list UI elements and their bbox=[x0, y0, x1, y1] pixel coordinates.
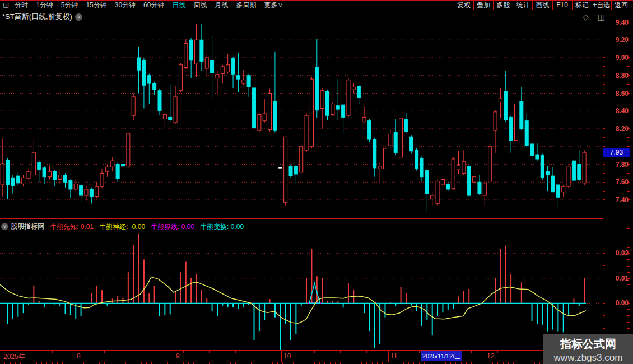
tool-menu-item-3[interactable]: 多股 bbox=[493, 1, 513, 10]
indicator-value-4: 牛熊变换: 0.00 bbox=[200, 223, 244, 231]
tool-menu-item-6[interactable]: F10 bbox=[552, 1, 572, 10]
menu-period-4[interactable]: 15分钟 bbox=[86, 1, 106, 10]
menu-period-11[interactable]: 更多∨ bbox=[264, 1, 283, 10]
tool-menu-item-7[interactable]: 标记 bbox=[572, 1, 592, 10]
menu-period-8[interactable]: 周线 bbox=[193, 1, 207, 10]
window-right-border bbox=[630, 10, 630, 364]
indicator-header: ∨ 股朋指标网 牛熊先知: 0.01牛熊神经: -0.00牛熊界线: 0.00牛… bbox=[1, 222, 244, 231]
menu-period-2[interactable]: 1分钟 bbox=[36, 1, 53, 10]
indicator-chart[interactable] bbox=[0, 232, 603, 351]
menu-period-1[interactable]: 分时 bbox=[15, 1, 28, 10]
tool-menu-item-8[interactable]: +自选 bbox=[592, 1, 611, 10]
period-menu: 分时1分钟5分钟15分钟30分钟60分钟日线周线月线多周期更多∨ bbox=[15, 1, 291, 10]
indicator-value-2: 牛熊神经: -0.00 bbox=[99, 223, 145, 231]
chevron-down-icon[interactable]: ∨ bbox=[75, 13, 82, 21]
price-label-8.60: 8.60 bbox=[604, 90, 629, 97]
price-label-9.00: 9.00 bbox=[604, 54, 629, 62]
price-label-7.40: 7.40 bbox=[604, 196, 629, 204]
month-label-12: 12 bbox=[487, 352, 494, 360]
price-label-8.20: 8.20 bbox=[604, 125, 629, 133]
year-label: 2025年 bbox=[3, 352, 25, 362]
price-label-9.20: 9.20 bbox=[604, 36, 629, 44]
page-title: *ST高斯(日线,前复权) bbox=[2, 12, 72, 22]
indicator-value-3: 牛熊界线: 0.00 bbox=[151, 223, 194, 231]
tool-menu-item-5[interactable]: 画线 bbox=[532, 1, 552, 10]
menu-period-9[interactable]: 月线 bbox=[215, 1, 228, 10]
indicator-values: 牛熊先知: 0.01牛熊神经: -0.00牛熊界线: 0.00牛熊变换: 0.0… bbox=[44, 221, 244, 232]
tool-menu-item-4[interactable]: 统计 bbox=[513, 1, 532, 10]
tool-menu: 复权叠加多股统计画线F10标记+自选返回 bbox=[454, 1, 631, 10]
menu-period-6[interactable]: 60分钟 bbox=[143, 1, 164, 10]
title-bar: *ST高斯(日线,前复权) ∨ bbox=[2, 12, 82, 22]
indicator-label-0.02: 0.02 bbox=[604, 249, 629, 257]
month-label-10: 10 bbox=[283, 352, 291, 360]
tool-menu-item-2[interactable]: 叠加 bbox=[473, 1, 493, 10]
price-label-8.80: 8.80 bbox=[604, 72, 629, 80]
candlestick-chart[interactable] bbox=[0, 10, 603, 218]
axis-separator bbox=[603, 222, 631, 222]
watermark-url: www.zbgs3.com bbox=[543, 352, 633, 363]
chevron-down-icon[interactable]: ∨ bbox=[1, 223, 8, 230]
price-label-8.40: 8.40 bbox=[604, 107, 629, 115]
tool-menu-item-1[interactable]: 复权 bbox=[454, 1, 473, 10]
indicator-value-1: 牛熊先知: 0.01 bbox=[50, 223, 94, 231]
layout-icon[interactable]: ◫ bbox=[0, 1, 12, 10]
month-label-8: 8 bbox=[77, 352, 81, 360]
trading-app-window: ◫ 分时1分钟5分钟15分钟30分钟60分钟日线周线月线多周期更多∨ 复权叠加多… bbox=[0, 0, 633, 364]
month-label-9: 9 bbox=[176, 352, 180, 360]
month-label-11: 11 bbox=[390, 352, 397, 360]
indicator-label-0.01: 0.01 bbox=[604, 274, 629, 282]
period-menu-bar: ◫ 分时1分钟5分钟15分钟30分钟60分钟日线周线月线多周期更多∨ 复权叠加多… bbox=[0, 0, 633, 10]
menu-period-10[interactable]: 多周期 bbox=[236, 1, 256, 10]
menu-period-7[interactable]: 日线 bbox=[172, 1, 185, 10]
watermark: 指标公式网 www.zbgs3.com bbox=[543, 334, 633, 364]
menu-period-3[interactable]: 5分钟 bbox=[61, 1, 78, 10]
panel-toggle-icon[interactable]: ◫ bbox=[598, 12, 608, 21]
price-label-7.60: 7.60 bbox=[604, 178, 629, 186]
diamond-icon[interactable]: ◇ bbox=[583, 12, 592, 21]
tool-menu-item-9[interactable]: 返回 bbox=[611, 1, 631, 10]
panel-separator bbox=[0, 218, 603, 219]
indicator-source[interactable]: 股朋指标网 bbox=[11, 222, 44, 231]
price-label-7.80: 7.80 bbox=[604, 161, 629, 169]
watermark-site-name: 指标公式网 bbox=[543, 337, 633, 352]
current-price-badge: 7.93 bbox=[603, 148, 630, 157]
indicator-label-0.00: 0.00 bbox=[604, 299, 629, 307]
selected-date-badge: 2025/11/12/三 bbox=[421, 351, 462, 361]
corner-icons: ◇ ◫ bbox=[583, 12, 608, 21]
week-ticks bbox=[0, 351, 603, 353]
menu-period-5[interactable]: 30分钟 bbox=[115, 1, 136, 10]
